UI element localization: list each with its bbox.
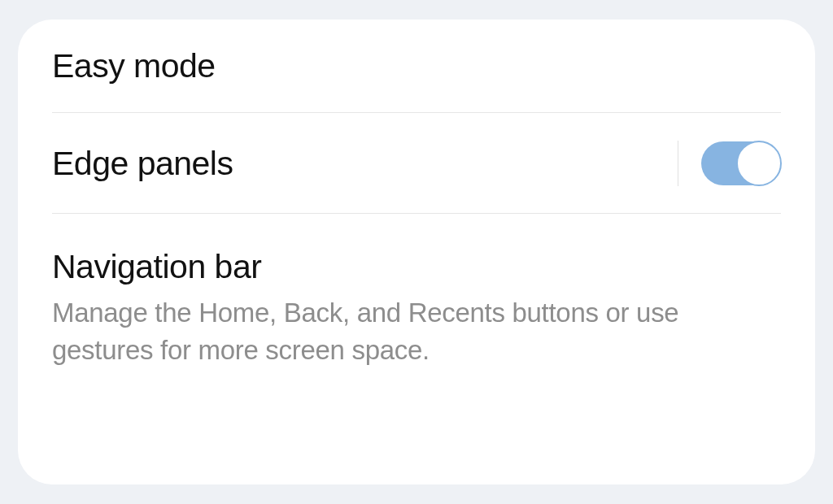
- edge-panels-toggle-area: [678, 141, 781, 186]
- easy-mode-row[interactable]: Easy mode: [18, 20, 815, 113]
- navigation-bar-description: Manage the Home, Back, and Recents butto…: [52, 294, 781, 369]
- divider: [678, 141, 678, 186]
- toggle-thumb: [736, 141, 782, 186]
- edge-panels-toggle[interactable]: [701, 141, 781, 185]
- easy-mode-label: Easy mode: [52, 47, 216, 85]
- settings-card: Easy mode Edge panels Navigation bar Man…: [18, 20, 815, 484]
- navigation-bar-text: Navigation bar Manage the Home, Back, an…: [52, 248, 781, 369]
- navigation-bar-label: Navigation bar: [52, 248, 781, 286]
- edge-panels-row[interactable]: Edge panels: [18, 113, 815, 214]
- edge-panels-label: Edge panels: [52, 145, 233, 183]
- navigation-bar-row[interactable]: Navigation bar Manage the Home, Back, an…: [18, 214, 815, 403]
